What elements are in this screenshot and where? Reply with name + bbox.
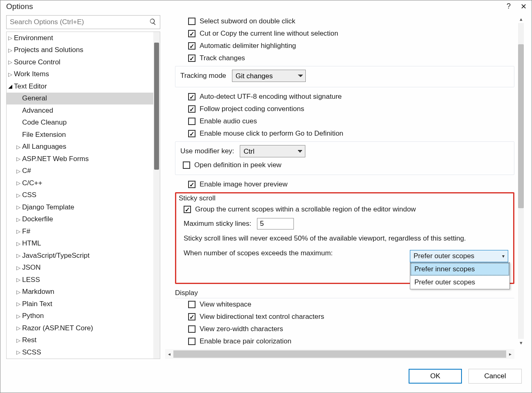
- tree-item-dockerfile[interactable]: ▷Dockerfile: [7, 214, 153, 226]
- tree-item-plaintext[interactable]: ▷Plain Text: [7, 298, 153, 310]
- exceed-max-dropdown: Prefer inner scopes Prefer outer scopes: [410, 262, 510, 289]
- checkbox-icon[interactable]: [188, 325, 196, 333]
- goto-def-group: Use modifier key: Ctrl Open definition i…: [175, 141, 514, 175]
- exceed-max-label: When number of scopes exceeds the maximu…: [184, 249, 333, 257]
- scroll-down-icon[interactable]: ▾: [519, 339, 523, 347]
- setting-audio-cues[interactable]: Enable audio cues: [175, 115, 514, 127]
- checkbox-icon[interactable]: [188, 130, 196, 137]
- checkbox-icon[interactable]: [188, 105, 196, 113]
- tree-item-all-languages[interactable]: ▷All Languages: [7, 141, 153, 153]
- setting-brace-pair[interactable]: Enable brace pair colorization: [175, 335, 514, 348]
- tree-item-ccpp[interactable]: ▷C/C++: [7, 177, 153, 189]
- close-icon[interactable]: ✕: [521, 2, 527, 11]
- checkbox-icon[interactable]: [184, 206, 191, 213]
- tree-item-jsts[interactable]: ▷JavaScript/TypeScript: [7, 250, 153, 262]
- ok-button[interactable]: OK: [409, 369, 462, 384]
- tree-item-markdown[interactable]: ▷Markdown: [7, 286, 153, 298]
- tree-item-text-editor[interactable]: ◢Text Editor: [7, 80, 153, 93]
- tree-item-advanced[interactable]: ▷Advanced: [7, 104, 153, 117]
- tracking-mode-label: Tracking mode: [180, 72, 226, 80]
- setting-auto-utf8[interactable]: Auto-detect UTF-8 encoding without signa…: [175, 91, 514, 103]
- setting-group-scopes[interactable]: Group the current scopes within a scroll…: [179, 203, 511, 216]
- tracking-mode-select[interactable]: Git changes: [232, 70, 306, 82]
- scroll-right-icon[interactable]: ▸: [506, 351, 514, 357]
- nav-tree: ▷Environment ▷Projects and Solutions ▷So…: [6, 32, 160, 359]
- settings-panel: Select subword on double click Cut or Co…: [165, 15, 526, 359]
- search-input[interactable]: [10, 18, 149, 26]
- sticky-note: Sticky scroll lines will never exceed 50…: [179, 232, 511, 245]
- checkbox-icon[interactable]: [188, 181, 196, 188]
- checkbox-icon[interactable]: [188, 18, 196, 25]
- checkbox-icon[interactable]: [183, 161, 190, 169]
- max-sticky-input[interactable]: [257, 218, 294, 229]
- exceed-option-outer[interactable]: Prefer outer scopes: [410, 276, 509, 289]
- tree-item-code-cleanup[interactable]: ▷Code Cleanup: [7, 117, 153, 129]
- tree-item-csharp[interactable]: ▷C#: [7, 165, 153, 177]
- checkbox-icon[interactable]: [188, 55, 196, 62]
- tree-item-scss[interactable]: ▷SCSS: [7, 346, 153, 359]
- checkbox-icon[interactable]: [188, 118, 196, 125]
- tree-item-rest[interactable]: ▷Rest: [7, 334, 153, 347]
- tracking-mode-group: Tracking mode Git changes: [175, 66, 514, 87]
- tree-item-fsharp[interactable]: ▷F#: [7, 225, 153, 238]
- sticky-scroll-group: Sticky scroll Group the current scopes w…: [175, 192, 514, 284]
- titlebar: Options ? ✕: [0, 0, 532, 15]
- exceed-max-selected[interactable]: Prefer outer scopes ▾: [410, 250, 508, 262]
- setting-image-hover[interactable]: Enable image hover preview: [175, 178, 514, 191]
- setting-view-bidi[interactable]: View bidirectional text control characte…: [175, 311, 514, 323]
- tree-item-source-control[interactable]: ▷Source Control: [7, 56, 153, 68]
- setting-cut-copy-line[interactable]: Cut or Copy the current line without sel…: [175, 27, 514, 40]
- setting-auto-delimiter[interactable]: Automatic delimiter highlighting: [175, 40, 514, 52]
- display-title: Display: [175, 289, 514, 297]
- exceed-max-combo[interactable]: Prefer outer scopes ▾ Prefer inner scope…: [410, 250, 510, 289]
- search-box[interactable]: [6, 15, 160, 29]
- setting-zero-width[interactable]: View zero-width characters: [175, 323, 514, 335]
- checkbox-icon[interactable]: [188, 301, 196, 308]
- setting-track-changes[interactable]: Track changes: [175, 52, 514, 64]
- checkbox-icon[interactable]: [188, 42, 196, 50]
- tree-scrollbar[interactable]: [153, 32, 160, 359]
- modifier-key-select[interactable]: Ctrl: [240, 145, 305, 157]
- search-icon[interactable]: [149, 18, 157, 27]
- dialog-title: Options: [6, 2, 33, 11]
- cancel-button[interactable]: Cancel: [468, 369, 522, 384]
- checkbox-icon[interactable]: [188, 30, 196, 37]
- exceed-option-inner[interactable]: Prefer inner scopes: [410, 263, 509, 276]
- tree-item-file-extension[interactable]: ▷File Extension: [7, 129, 153, 141]
- tree-item-json[interactable]: ▷JSON: [7, 262, 153, 274]
- sticky-scroll-title: Sticky scroll: [179, 194, 511, 202]
- checkbox-icon[interactable]: [188, 93, 196, 100]
- max-sticky-label: Maximum sticky lines:: [184, 220, 251, 228]
- scroll-left-icon[interactable]: ◂: [165, 351, 173, 357]
- dialog-footer: OK Cancel: [0, 361, 532, 393]
- setting-select-subword[interactable]: Select subword on double click: [175, 15, 514, 27]
- tree-item-general[interactable]: ▷General: [7, 93, 153, 105]
- vertical-scrollbar[interactable]: ▴ ▾: [516, 15, 526, 347]
- setting-follow-conventions[interactable]: Follow project coding conventions: [175, 103, 514, 115]
- setting-peek-view[interactable]: Open definition in peek view: [179, 159, 511, 171]
- tree-item-less[interactable]: ▷LESS: [7, 274, 153, 286]
- tree-item-work-items[interactable]: ▷Work Items: [7, 68, 153, 81]
- chevron-down-icon: ▾: [502, 253, 505, 259]
- checkbox-icon[interactable]: [188, 313, 196, 320]
- modifier-key-label: Use modifier key:: [180, 147, 234, 155]
- tree-item-razor[interactable]: ▷Razor (ASP.NET Core): [7, 322, 153, 334]
- help-icon[interactable]: ?: [507, 2, 511, 11]
- setting-view-whitespace[interactable]: View whitespace: [175, 298, 514, 311]
- tree-item-python[interactable]: ▷Python: [7, 310, 153, 323]
- scroll-up-icon[interactable]: ▴: [519, 15, 523, 23]
- checkbox-icon[interactable]: [188, 338, 196, 345]
- horizontal-scrollbar[interactable]: ◂ ▸: [165, 349, 514, 359]
- setting-goto-definition[interactable]: Enable mouse click to perform Go to Defi…: [175, 127, 514, 140]
- tree-item-projects[interactable]: ▷Projects and Solutions: [7, 44, 153, 57]
- tree-item-html[interactable]: ▷HTML: [7, 238, 153, 250]
- tree-item-css[interactable]: ▷CSS: [7, 189, 153, 202]
- tree-item-aspnet-webforms[interactable]: ▷ASP.NET Web Forms: [7, 153, 153, 165]
- tree-item-django[interactable]: ▷Django Template: [7, 201, 153, 214]
- tree-item-environment[interactable]: ▷Environment: [7, 32, 153, 44]
- options-dialog: Options ? ✕ ▷Environment ▷Projects and S…: [0, 0, 532, 393]
